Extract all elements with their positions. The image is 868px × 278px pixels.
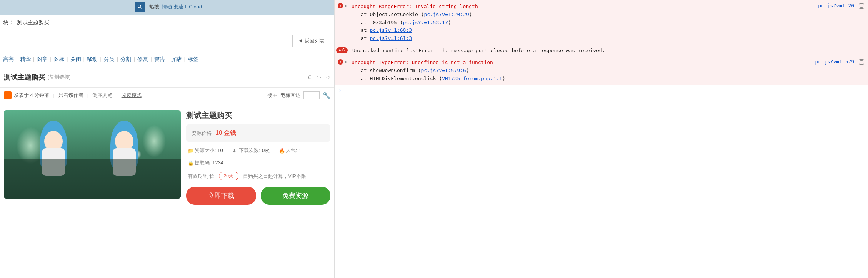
back-row: ◀ 返回列表	[0, 30, 334, 52]
validity-row: 有效期/时长 20天 自购买之日起计算，VIP不限	[186, 172, 330, 180]
console-prompt[interactable]: ›	[335, 85, 868, 96]
stack-frame: at pc.js?v=1:60:3	[352, 26, 864, 35]
admin-action-link[interactable]: 警告	[154, 56, 165, 62]
devtools-console: ▶ pc.js?v=1:20 Uncaught RangeError: Inva…	[335, 0, 868, 278]
stack-link[interactable]: VM1735 forum.php:1:1	[442, 76, 502, 81]
price-box: 资源价格 10 金钱	[186, 124, 330, 142]
error-message: Uncaught TypeError: undefined is not a f…	[352, 59, 864, 67]
avatar[interactable]	[4, 91, 12, 99]
action-buttons: 立即下载 免费资源	[186, 187, 330, 205]
admin-action-link[interactable]: 屏蔽	[171, 56, 182, 62]
prev-icon[interactable]: ⇦	[317, 74, 321, 80]
admin-action-link[interactable]: 高亮	[3, 56, 14, 62]
extract-code-row: 🔒 提取码:1234	[186, 159, 330, 166]
error-source-link[interactable]: pc.js?v=1:20	[818, 3, 864, 9]
stack-link[interactable]: pc.js?v=1:60:3	[370, 27, 412, 33]
expand-icon[interactable]: ▶	[345, 60, 347, 64]
free-resource-button[interactable]: 免费资源	[261, 187, 331, 205]
next-icon[interactable]: ⇨	[326, 74, 330, 80]
resource-thumbnail	[4, 110, 181, 199]
admin-action-link[interactable]: 关闭	[70, 56, 81, 62]
error-source-link[interactable]: pc.js?v=1:579	[815, 59, 864, 65]
admin-action-link[interactable]: 图标	[53, 56, 64, 62]
price-label: 资源价格	[192, 130, 212, 136]
title-actions: 🖨 ⇦ ⇨	[307, 74, 330, 80]
error-icon	[338, 3, 343, 8]
console-error-grouped[interactable]: 6 Unchecked runtime.lastError: The messa…	[335, 45, 868, 56]
resource-title: 测试主题购买	[186, 110, 330, 121]
back-to-list-button[interactable]: ◀ 返回列表	[292, 35, 330, 47]
download-icon: ⬇	[232, 148, 238, 154]
floor-label: 楼主	[267, 92, 277, 99]
expand-icon[interactable]: ▶	[345, 3, 347, 8]
folder-icon: 📁	[188, 148, 193, 154]
post-meta-bar: 发表于 4 分钟前 | 只看该作者 | 倒序浏览 | 阅读模式 楼主 电梯直达 …	[0, 88, 334, 103]
error-count-badge[interactable]: 6	[336, 47, 348, 53]
print-icon[interactable]: 🖨	[307, 74, 312, 80]
breadcrumb-item[interactable]: 测试主题购买	[17, 19, 49, 25]
elevator-input[interactable]	[303, 91, 320, 99]
post-content: 测试主题购买 资源价格 10 金钱 📁 资源大小:10 ⬇ 下载次数:0次 🔥 …	[0, 103, 334, 212]
error-message: Unchecked runtime.lastError: The message…	[352, 48, 605, 53]
reverse-order-link[interactable]: 倒序浏览	[92, 92, 112, 99]
stack-link[interactable]: pc.js?v=1:579:6	[421, 68, 466, 73]
breadcrumb-item[interactable]: 块	[3, 19, 8, 25]
resource-meta-row: 📁 资源大小:10 ⬇ 下载次数:0次 🔥 人气:1	[186, 147, 330, 154]
source-icon	[859, 3, 864, 9]
validity-note: 自购买之日起计算，VIP不限	[243, 173, 306, 180]
admin-action-link[interactable]: 分割	[120, 56, 131, 62]
admin-action-link[interactable]: 精华	[20, 56, 31, 62]
forum-page: 热搜: 情动 变速 L.Cloud 块〉测试主题购买 ◀ 返回列表 高亮|精华|…	[0, 0, 335, 278]
thread-title-row: 测试主题购买 [复制链接] 🖨 ⇦ ⇨	[0, 67, 334, 88]
stack-frame: at Object.setCookie (pc.js?v=1:20:29)	[352, 11, 864, 19]
read-mode-link[interactable]: 阅读模式	[122, 92, 142, 99]
hot-search-label: 热搜: 情动 变速 L.Cloud	[149, 3, 202, 10]
stack-frame: at pc.js?v=1:61:3	[352, 35, 864, 43]
admin-action-link[interactable]: 标签	[188, 56, 198, 62]
error-icon	[338, 59, 343, 65]
admin-action-bar: 高亮|精华|图章|图标|关闭|移动|分类|分割|修复|警告|屏蔽|标签	[0, 52, 334, 67]
admin-action-link[interactable]: 图章	[37, 56, 47, 62]
fire-icon: 🔥	[279, 148, 284, 154]
post-time: 发表于 4 分钟前	[14, 92, 49, 99]
lock-icon: 🔒	[188, 160, 193, 166]
console-error[interactable]: ▶ pc.js?v=1:20 Uncaught RangeError: Inva…	[335, 0, 868, 45]
admin-action-link[interactable]: 修复	[137, 56, 148, 62]
stack-link[interactable]: pc.js?v=1:53:17	[403, 20, 448, 25]
error-message: Uncaught RangeError: Invalid string leng…	[352, 3, 864, 11]
validity-label: 有效期/时长	[188, 173, 214, 180]
search-icon	[137, 4, 143, 10]
thread-title: 测试主题购买	[4, 73, 45, 82]
search-bar: 热搜: 情动 变速 L.Cloud	[0, 0, 334, 15]
breadcrumb: 块〉测试主题购买	[0, 15, 334, 30]
search-button[interactable]	[135, 2, 145, 12]
console-error[interactable]: ▶ pc.js?v=1:579 Uncaught TypeError: unde…	[335, 56, 868, 85]
stack-frame: at showDownConfirm (pc.js?v=1:579:6)	[352, 67, 864, 75]
validity-pill: 20天	[219, 172, 238, 180]
only-author-link[interactable]: 只看该作者	[58, 92, 83, 99]
admin-action-link[interactable]: 移动	[87, 56, 98, 62]
stack-frame: at HTMLDivElement.onclick (VM1735 forum.…	[352, 75, 864, 83]
resource-info: 测试主题购买 资源价格 10 金钱 📁 资源大小:10 ⬇ 下载次数:0次 🔥 …	[186, 110, 330, 205]
stack-frame: at _0x3ab195 (pc.js?v=1:53:17)	[352, 19, 864, 27]
admin-action-link[interactable]: 分类	[104, 56, 115, 62]
source-icon	[859, 59, 864, 65]
stack-link[interactable]: pc.js?v=1:61:3	[370, 35, 412, 41]
download-now-button[interactable]: 立即下载	[186, 187, 256, 205]
elevator-label: 电梯直达	[280, 92, 300, 99]
stack-link[interactable]: pc.js?v=1:20:29	[424, 12, 469, 17]
copy-link[interactable]: [复制链接]	[48, 74, 70, 81]
settings-icon[interactable]: 🔧	[323, 92, 330, 99]
price-value: 10 金钱	[215, 129, 236, 136]
